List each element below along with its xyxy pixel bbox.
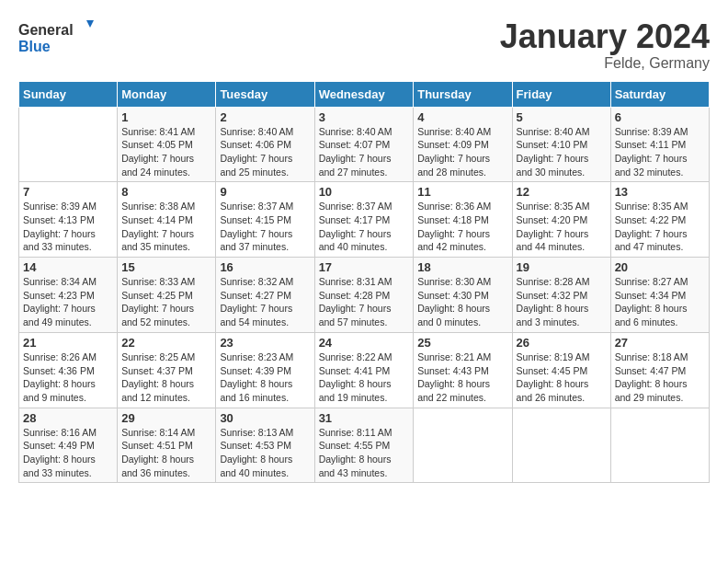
sunrise-text: Sunrise: 8:18 AM (615, 351, 688, 362)
cell-info: Sunrise: 8:40 AM Sunset: 4:06 PM Dayligh… (220, 125, 310, 179)
daylight-text: Daylight: 8 hours and 19 minutes. (319, 378, 392, 403)
cell-info: Sunrise: 8:39 AM Sunset: 4:13 PM Dayligh… (23, 200, 113, 254)
daylight-text: Daylight: 7 hours and 27 minutes. (319, 153, 392, 178)
cell-info: Sunrise: 8:14 AM Sunset: 4:51 PM Dayligh… (121, 426, 211, 480)
daylight-text: Daylight: 8 hours and 43 minutes. (319, 454, 392, 478)
cell-0-0 (19, 107, 118, 182)
sunrise-text: Sunrise: 8:40 AM (517, 126, 590, 137)
cell-info: Sunrise: 8:40 AM Sunset: 4:09 PM Dayligh… (417, 125, 507, 179)
cell-2-3: 17 Sunrise: 8:31 AM Sunset: 4:28 PM Dayl… (314, 258, 414, 333)
sunset-text: Sunset: 4:34 PM (615, 290, 687, 301)
sunrise-text: Sunrise: 8:16 AM (23, 427, 97, 438)
sunrise-text: Sunrise: 8:27 AM (615, 276, 688, 287)
day-number: 5 (517, 110, 607, 124)
title-area: January 2024 Felde, Germany (500, 18, 710, 72)
cell-info: Sunrise: 8:35 AM Sunset: 4:22 PM Dayligh… (615, 200, 705, 254)
sunset-text: Sunset: 4:14 PM (121, 214, 193, 225)
sunrise-text: Sunrise: 8:41 AM (121, 126, 195, 137)
cell-0-6: 6 Sunrise: 8:39 AM Sunset: 4:11 PM Dayli… (610, 107, 709, 182)
daylight-text: Daylight: 7 hours and 44 minutes. (517, 228, 589, 253)
sunset-text: Sunset: 4:49 PM (23, 440, 95, 451)
cell-info: Sunrise: 8:30 AM Sunset: 4:30 PM Dayligh… (417, 275, 507, 329)
daylight-text: Daylight: 7 hours and 47 minutes. (615, 228, 688, 253)
day-number: 15 (121, 260, 211, 274)
cell-2-6: 20 Sunrise: 8:27 AM Sunset: 4:34 PM Dayl… (610, 258, 709, 333)
sunrise-text: Sunrise: 8:14 AM (121, 427, 195, 438)
cell-4-3: 31 Sunrise: 8:11 AM Sunset: 4:55 PM Dayl… (314, 408, 414, 483)
sunrise-text: Sunrise: 8:13 AM (220, 427, 293, 438)
header-tuesday: Tuesday (216, 81, 314, 107)
day-number: 4 (417, 110, 507, 124)
sunset-text: Sunset: 4:20 PM (517, 214, 588, 225)
day-number: 25 (417, 336, 507, 350)
day-number: 20 (615, 260, 705, 274)
cell-3-2: 23 Sunrise: 8:23 AM Sunset: 4:39 PM Dayl… (216, 332, 314, 408)
day-number: 10 (319, 185, 410, 199)
cell-info: Sunrise: 8:36 AM Sunset: 4:18 PM Dayligh… (417, 200, 507, 254)
cell-info: Sunrise: 8:22 AM Sunset: 4:41 PM Dayligh… (319, 350, 410, 405)
week-row-3: 14 Sunrise: 8:34 AM Sunset: 4:23 PM Dayl… (19, 258, 710, 333)
sunrise-text: Sunrise: 8:11 AM (319, 427, 392, 438)
cell-4-2: 30 Sunrise: 8:13 AM Sunset: 4:53 PM Dayl… (216, 408, 314, 483)
cell-4-1: 29 Sunrise: 8:14 AM Sunset: 4:51 PM Dayl… (118, 408, 216, 483)
sunrise-text: Sunrise: 8:39 AM (615, 126, 688, 137)
day-number: 21 (23, 336, 113, 350)
sunrise-text: Sunrise: 8:35 AM (615, 201, 688, 212)
cell-2-2: 16 Sunrise: 8:32 AM Sunset: 4:27 PM Dayl… (216, 258, 314, 333)
cell-1-3: 10 Sunrise: 8:37 AM Sunset: 4:17 PM Dayl… (314, 182, 414, 258)
sunrise-text: Sunrise: 8:22 AM (319, 351, 392, 362)
sunrise-text: Sunrise: 8:21 AM (417, 351, 491, 362)
cell-info: Sunrise: 8:41 AM Sunset: 4:05 PM Dayligh… (121, 125, 211, 179)
cell-info: Sunrise: 8:37 AM Sunset: 4:15 PM Dayligh… (220, 200, 310, 254)
sunset-text: Sunset: 4:13 PM (23, 214, 95, 225)
sunrise-text: Sunrise: 8:30 AM (417, 276, 491, 287)
sunrise-text: Sunrise: 8:35 AM (517, 201, 590, 212)
sunset-text: Sunset: 4:37 PM (121, 365, 193, 376)
cell-3-6: 27 Sunrise: 8:18 AM Sunset: 4:47 PM Dayl… (610, 332, 709, 408)
day-number: 24 (319, 336, 410, 350)
sunrise-text: Sunrise: 8:40 AM (417, 126, 491, 137)
daylight-text: Daylight: 7 hours and 32 minutes. (615, 153, 688, 178)
cell-info: Sunrise: 8:11 AM Sunset: 4:55 PM Dayligh… (319, 426, 410, 480)
day-number: 26 (517, 336, 607, 350)
week-row-5: 28 Sunrise: 8:16 AM Sunset: 4:49 PM Dayl… (19, 408, 710, 483)
daylight-text: Daylight: 8 hours and 40 minutes. (220, 454, 292, 478)
sunset-text: Sunset: 4:10 PM (517, 139, 588, 150)
cell-info: Sunrise: 8:19 AM Sunset: 4:45 PM Dayligh… (517, 350, 607, 405)
header-saturday: Saturday (610, 81, 709, 107)
day-number: 30 (220, 411, 310, 425)
cell-info: Sunrise: 8:34 AM Sunset: 4:23 PM Dayligh… (23, 275, 113, 329)
cell-info: Sunrise: 8:40 AM Sunset: 4:07 PM Dayligh… (319, 125, 410, 179)
location: Felde, Germany (500, 55, 710, 72)
daylight-text: Daylight: 7 hours and 49 minutes. (23, 303, 96, 327)
sunset-text: Sunset: 4:45 PM (517, 365, 588, 376)
calendar-header-row: Sunday Monday Tuesday Wednesday Thursday… (19, 81, 710, 107)
day-number: 31 (319, 411, 410, 425)
cell-info: Sunrise: 8:25 AM Sunset: 4:37 PM Dayligh… (121, 350, 211, 405)
daylight-text: Daylight: 8 hours and 22 minutes. (417, 378, 490, 403)
day-number: 12 (517, 185, 607, 199)
cell-1-4: 11 Sunrise: 8:36 AM Sunset: 4:18 PM Dayl… (414, 182, 512, 258)
day-number: 2 (220, 110, 310, 124)
sunrise-text: Sunrise: 8:28 AM (517, 276, 590, 287)
sunset-text: Sunset: 4:18 PM (417, 214, 489, 225)
week-row-1: 1 Sunrise: 8:41 AM Sunset: 4:05 PM Dayli… (19, 107, 710, 182)
day-number: 28 (23, 411, 113, 425)
header-thursday: Thursday (414, 81, 512, 107)
cell-4-4 (414, 408, 512, 483)
cell-2-4: 18 Sunrise: 8:30 AM Sunset: 4:30 PM Dayl… (414, 258, 512, 333)
cell-1-5: 12 Sunrise: 8:35 AM Sunset: 4:20 PM Dayl… (512, 182, 610, 258)
daylight-text: Daylight: 7 hours and 37 minutes. (220, 228, 292, 253)
day-number: 17 (319, 260, 410, 274)
day-number: 22 (121, 336, 211, 350)
daylight-text: Daylight: 8 hours and 26 minutes. (517, 378, 589, 403)
cell-info: Sunrise: 8:23 AM Sunset: 4:39 PM Dayligh… (220, 350, 310, 405)
daylight-text: Daylight: 8 hours and 0 minutes. (417, 303, 490, 327)
cell-4-6 (610, 408, 709, 483)
cell-info: Sunrise: 8:21 AM Sunset: 4:43 PM Dayligh… (417, 350, 507, 405)
sunrise-text: Sunrise: 8:23 AM (220, 351, 293, 362)
cell-3-0: 21 Sunrise: 8:26 AM Sunset: 4:36 PM Dayl… (19, 332, 118, 408)
svg-marker-1 (86, 20, 94, 28)
cell-0-3: 3 Sunrise: 8:40 AM Sunset: 4:07 PM Dayli… (314, 107, 414, 182)
sunset-text: Sunset: 4:51 PM (121, 440, 193, 451)
